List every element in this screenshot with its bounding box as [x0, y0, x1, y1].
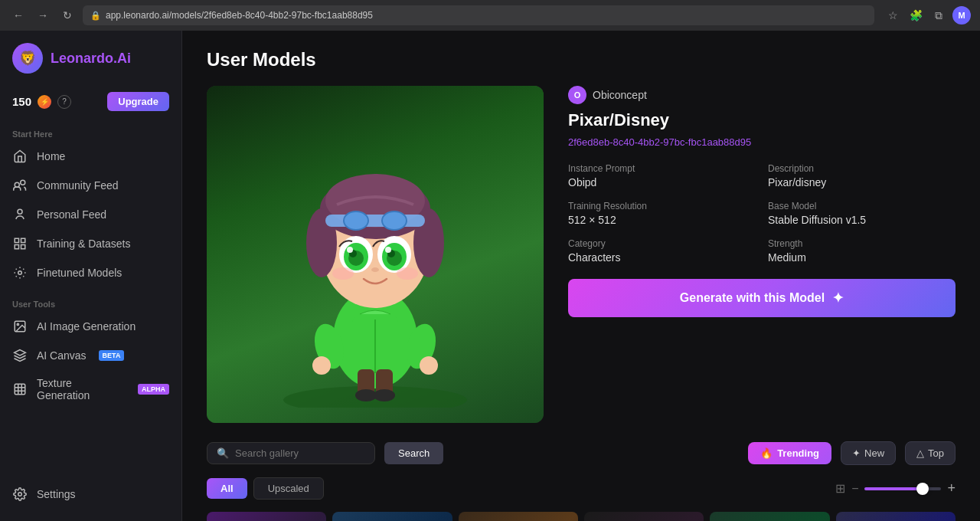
finetuned-icon	[12, 265, 28, 280]
profile-avatar[interactable]: M	[952, 6, 971, 25]
alpha-badge: ALPHA	[138, 384, 169, 395]
svg-point-32	[382, 211, 407, 230]
sidebar-item-community-feed[interactable]: Community Feed	[0, 171, 181, 200]
sidebar-item-finetuned-label: Finetuned Models	[37, 267, 122, 279]
svg-point-31	[344, 211, 368, 230]
grid-minus-button[interactable]: −	[851, 482, 858, 496]
svg-point-41	[347, 247, 353, 253]
url-bar[interactable]: 🔒 app.leonardo.ai/models/2f6ed8eb-8c40-4…	[83, 5, 874, 25]
new-icon: ✦	[852, 447, 861, 459]
sidebar-item-texture[interactable]: Texture Generation ALPHA	[0, 370, 181, 408]
ai-canvas-icon	[12, 348, 28, 363]
meta-base-model: Base Model Stable Diffusion v1.5	[768, 201, 956, 226]
sidebar-item-finetuned[interactable]: Finetuned Models	[0, 258, 181, 287]
gallery-thumb-3[interactable]	[459, 512, 578, 521]
gallery-controls: 🔍 Search 🔥 Trending ✦ New △ Top	[207, 441, 956, 465]
sidebar-item-texture-label: Texture Generation	[37, 377, 126, 401]
back-button[interactable]: ←	[9, 6, 28, 25]
category-value: Characters	[568, 251, 756, 264]
forward-button[interactable]: →	[34, 6, 52, 25]
sidebar-item-ai-canvas[interactable]: AI Canvas BETA	[0, 341, 181, 370]
sidebar-item-settings-label: Settings	[37, 488, 76, 500]
token-count: 150	[12, 95, 31, 108]
grid-slider[interactable]	[864, 487, 941, 490]
svg-point-44	[332, 267, 354, 280]
grid-layout-button[interactable]: ⊞	[835, 481, 845, 496]
gallery-thumb-2[interactable]	[332, 512, 452, 521]
top-button-label: Top	[928, 447, 944, 459]
reload-button[interactable]: ↻	[58, 6, 77, 25]
sidebar-item-home[interactable]: Home	[0, 142, 181, 171]
svg-rect-10	[15, 384, 25, 395]
generate-button[interactable]: Generate with this Model ✦	[568, 279, 956, 317]
model-image-placeholder	[207, 86, 544, 423]
sparkle-icon: ✦	[832, 290, 844, 306]
page-title: User Models	[207, 49, 956, 70]
extensions-button[interactable]: 🧩	[906, 6, 925, 25]
main-content: User Models	[182, 31, 980, 521]
personal-icon	[12, 207, 28, 222]
search-icon: 🔍	[217, 447, 229, 459]
logo-avatar: 🦁	[12, 43, 43, 74]
grid-plus-button[interactable]: +	[947, 480, 956, 496]
sidebar-item-ai-canvas-label: AI Canvas	[37, 349, 87, 362]
sidebar-logo: 🦁 Leonardo.Ai	[0, 43, 181, 86]
svg-rect-4	[21, 238, 25, 242]
svg-point-22	[312, 356, 331, 375]
gallery-thumb-1[interactable]	[207, 512, 326, 521]
description-value: Pixar/disney	[768, 176, 956, 188]
home-icon	[12, 149, 28, 164]
sidebar: 🦁 Leonardo.Ai 150 ⚡ ? Upgrade Start Here…	[0, 31, 182, 521]
new-button-label: New	[864, 447, 884, 459]
gallery-thumb-5[interactable]	[710, 512, 829, 521]
search-button[interactable]: Search	[384, 442, 443, 464]
svg-point-9	[17, 323, 18, 325]
sidebar-item-settings[interactable]: Settings	[0, 480, 181, 509]
filter-row: All Upscaled ⊞ − +	[207, 477, 956, 500]
filter-all-button[interactable]: All	[207, 478, 247, 499]
svg-point-23	[420, 356, 438, 375]
sidebar-item-ai-image[interactable]: AI Image Generation	[0, 312, 181, 341]
sidebar-item-personal-feed-label: Personal Feed	[37, 208, 106, 221]
filter-upscaled-button[interactable]: Upscaled	[253, 477, 324, 500]
publisher-name: Obiconcept	[593, 89, 647, 101]
bookmark-button[interactable]: ☆	[884, 6, 902, 25]
base-model-value: Stable Diffusion v1.5	[768, 214, 956, 226]
model-detail: O Obiconcept Pixar/Disney 2f6ed8eb-8c40-…	[207, 86, 956, 423]
gallery-thumb-4[interactable]	[584, 512, 704, 521]
description-label: Description	[768, 163, 956, 174]
help-icon[interactable]: ?	[57, 95, 71, 109]
texture-icon	[12, 382, 28, 397]
trending-button-label: Trending	[777, 447, 819, 459]
gallery-thumb-6[interactable]	[836, 512, 956, 521]
trending-button[interactable]: 🔥 Trending	[748, 442, 831, 464]
svg-point-42	[385, 247, 391, 253]
sidebar-item-ai-image-label: AI Image Generation	[37, 320, 136, 333]
token-area: 150 ⚡ ? Upgrade	[0, 86, 181, 123]
svg-point-2	[18, 209, 22, 214]
meta-training-resolution: Training Resolution 512 × 512	[568, 201, 756, 226]
base-model-label: Base Model	[768, 201, 956, 211]
top-button[interactable]: △ Top	[905, 441, 956, 465]
upgrade-button[interactable]: Upgrade	[107, 92, 169, 111]
sidebar-item-training[interactable]: Training & Datasets	[0, 229, 181, 258]
svg-rect-3	[15, 238, 18, 242]
generate-button-label: Generate with this Model	[680, 291, 825, 305]
grid-slider-thumb	[916, 483, 929, 495]
model-info: O Obiconcept Pixar/Disney 2f6ed8eb-8c40-…	[568, 86, 956, 423]
lock-icon: 🔒	[90, 11, 101, 21]
multiwindow-button[interactable]: ⧉	[929, 6, 948, 25]
svg-point-11	[18, 493, 22, 496]
section-label-user-tools: User Tools	[0, 293, 181, 312]
meta-category: Category Characters	[568, 238, 756, 264]
search-input[interactable]	[235, 447, 365, 459]
grid-controls: ⊞ − +	[835, 480, 956, 496]
sidebar-item-personal-feed[interactable]: Personal Feed	[0, 200, 181, 229]
ai-image-icon	[12, 319, 28, 334]
chibi-character-svg	[253, 101, 498, 408]
community-icon	[12, 178, 28, 193]
flame-icon: 🔥	[760, 447, 773, 459]
new-button[interactable]: ✦ New	[841, 441, 896, 465]
svg-point-7	[18, 271, 22, 275]
svg-rect-30	[325, 215, 425, 227]
